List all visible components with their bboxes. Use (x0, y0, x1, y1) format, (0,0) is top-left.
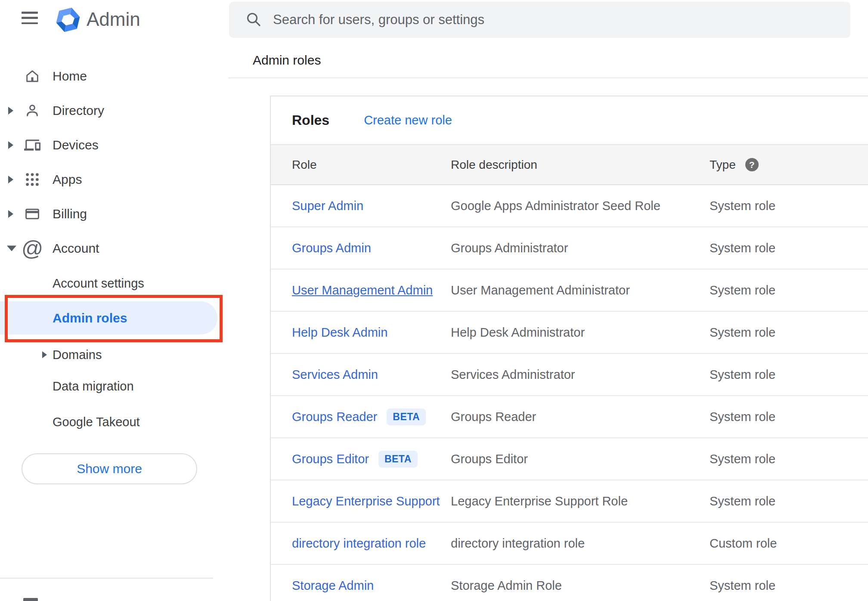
role-description: User Management Administrator (451, 283, 710, 297)
sidebar-item-label: Account settings (53, 266, 144, 300)
role-cell: Groups Reader BETA (292, 409, 451, 425)
role-cell: Super Admin (292, 199, 451, 213)
sidebar-item-google-takeout[interactable]: Google Takeout (0, 405, 228, 439)
roles-panel: Roles Create new role Role Role descript… (270, 96, 868, 601)
breadcrumb: Admin roles (253, 53, 321, 68)
role-cell: directory integration role (292, 536, 451, 551)
panel-title: Roles (292, 112, 329, 128)
table-row: Help Desk Admin Help Desk Administrator … (271, 312, 868, 354)
role-cell: Groups Editor BETA (292, 451, 451, 468)
sidebar-item-label: Billing (53, 197, 87, 231)
role-cell: Storage Admin (292, 579, 451, 593)
role-type: Custom role (710, 536, 868, 551)
role-cell: Legacy Enterprise Support (292, 494, 451, 508)
create-new-role-link[interactable]: Create new role (364, 113, 452, 127)
app-title: Admin (87, 6, 140, 33)
role-link[interactable]: Storage Admin (292, 579, 374, 593)
sidebar-item-label: Admin roles (53, 301, 127, 335)
search-input[interactable]: Search for users, groups or settings (229, 2, 850, 38)
sidebar-item-account[interactable]: @ Account (0, 231, 228, 266)
sidebar-item-label: Google Takeout (53, 405, 140, 439)
sidebar-item-label: Account (53, 231, 99, 266)
role-link[interactable]: Super Admin (292, 199, 363, 213)
beta-badge: BETA (387, 409, 426, 425)
sidebar-item-label: Directory (53, 93, 104, 128)
role-description: Google Apps Administrator Seed Role (451, 199, 710, 213)
credit-card-icon (24, 206, 40, 222)
role-type: System role (710, 283, 868, 297)
roles-table-body: Super Admin Google Apps Administrator Se… (271, 185, 868, 601)
search-placeholder: Search for users, groups or settings (273, 12, 484, 28)
sidebar-item-account-settings[interactable]: Account settings (0, 266, 228, 300)
sidebar-item-admin-roles[interactable]: Admin roles (0, 301, 217, 335)
admin-console-page: { "app": { "title": "Admin" }, "search":… (0, 0, 868, 601)
role-cell: Groups Admin (292, 241, 451, 255)
sidebar-item-domains[interactable]: Domains (0, 338, 228, 372)
table-row: directory integration role directory int… (271, 523, 868, 565)
sidebar-item-label: Apps (53, 162, 82, 197)
chevron-right-icon[interactable] (8, 141, 13, 149)
role-description: Storage Admin Role (451, 579, 710, 593)
role-description: Services Administrator (451, 368, 710, 382)
chevron-right-icon[interactable] (8, 210, 13, 218)
menu-icon[interactable] (22, 12, 38, 24)
table-row: Groups Editor BETA Groups Editor System … (271, 438, 868, 480)
devices-icon (24, 137, 40, 153)
person-icon (24, 102, 40, 119)
show-more-button[interactable]: Show more (22, 453, 197, 484)
role-type: System role (710, 199, 868, 213)
chevron-right-icon[interactable] (8, 107, 13, 115)
sidebar-item-label: Devices (53, 128, 99, 162)
role-description: Legacy Enterprise Support Role (451, 494, 710, 508)
role-type: System role (710, 325, 868, 340)
role-link[interactable]: Services Admin (292, 368, 378, 382)
sidebar-item-directory[interactable]: Directory (0, 93, 228, 128)
sidebar-item-apps[interactable]: Apps (0, 162, 228, 197)
role-link[interactable]: Help Desk Admin (292, 325, 388, 340)
chevron-right-icon[interactable] (42, 351, 47, 358)
role-link[interactable]: directory integration role (292, 536, 426, 551)
table-row: Groups Reader BETA Groups Reader System … (271, 396, 868, 438)
table-row: Legacy Enterprise Support Legacy Enterpr… (271, 480, 868, 523)
help-icon[interactable]: ? (745, 158, 759, 171)
role-cell: User Management Admin (292, 283, 451, 297)
column-header-role: Role (292, 158, 451, 172)
role-type: System role (710, 579, 868, 593)
column-header-type: Type ? (710, 158, 868, 172)
sidebar-item-devices[interactable]: Devices (0, 128, 228, 162)
sidebar-item-billing[interactable]: Billing (0, 197, 228, 231)
sidebar-item-data-migration[interactable]: Data migration (0, 369, 228, 403)
column-header-description: Role description (451, 158, 710, 172)
role-description: Groups Administrator (451, 241, 710, 255)
sidebar-divider (0, 578, 213, 579)
table-row: Storage Admin Storage Admin Role System … (271, 565, 868, 601)
table-row: Groups Admin Groups Administrator System… (271, 227, 868, 270)
role-type: System role (710, 368, 868, 382)
role-cell: Services Admin (292, 368, 451, 382)
role-link[interactable]: Groups Reader (292, 410, 377, 424)
header-divider (228, 77, 868, 78)
role-type: System role (710, 410, 868, 424)
search-icon (245, 11, 263, 28)
role-link[interactable]: Groups Editor (292, 452, 369, 466)
role-link[interactable]: Legacy Enterprise Support (292, 494, 440, 508)
role-description: Help Desk Administrator (451, 325, 710, 340)
table-row: Services Admin Services Administrator Sy… (271, 354, 868, 396)
at-sign-icon: @ (24, 240, 40, 257)
sidebar-item-label: Home (53, 59, 87, 93)
sidebar-item-home[interactable]: Home (0, 59, 228, 93)
column-header-type-label: Type (710, 158, 736, 172)
cutoff-bottom-icon (23, 598, 38, 601)
role-link[interactable]: User Management Admin (292, 283, 433, 297)
role-type: System role (710, 452, 868, 466)
role-cell: Help Desk Admin (292, 325, 451, 340)
role-type: System role (710, 494, 868, 508)
role-description: Groups Reader (451, 410, 710, 424)
beta-badge: BETA (378, 451, 418, 468)
sidebar: Admin Home Directory Devices (0, 0, 228, 601)
role-link[interactable]: Groups Admin (292, 241, 371, 255)
apps-grid-icon (24, 171, 40, 188)
chevron-down-icon[interactable] (7, 246, 16, 251)
home-icon (24, 68, 40, 84)
chevron-right-icon[interactable] (8, 176, 13, 183)
